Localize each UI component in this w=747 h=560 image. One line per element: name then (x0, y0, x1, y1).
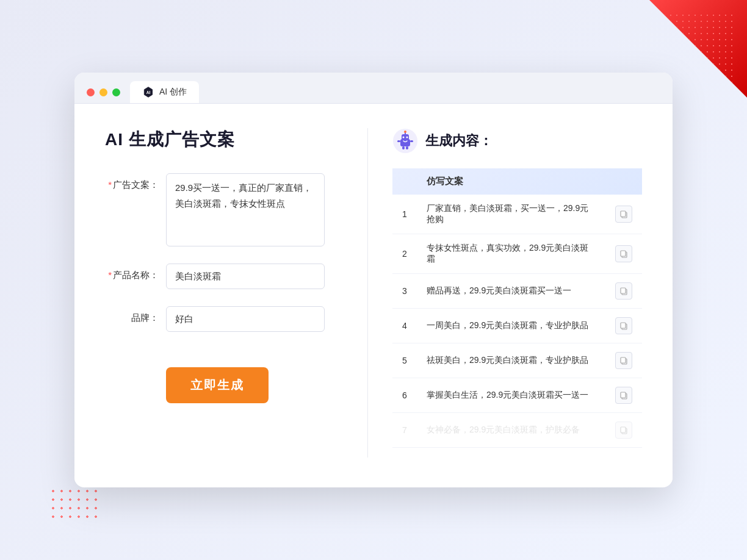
table-header-row: 仿写文案 (392, 168, 642, 195)
table-row: 7女神必备，29.9元美白淡斑霜，护肤必备 (392, 413, 642, 448)
row-action (605, 309, 642, 343)
required-star-product: * (108, 270, 112, 280)
row-number: 1 (392, 195, 417, 234)
row-action (605, 234, 642, 274)
row-number: 3 (392, 274, 417, 309)
row-action (605, 343, 642, 378)
row-text: 祛斑美白，29.9元美白淡斑霜，专业护肤品 (417, 343, 605, 378)
svg-rect-22 (621, 357, 626, 363)
results-table: 仿写文案 1厂家直销，美白淡斑霜，买一送一，29.9元抢购2专抹女性斑点，真实功… (392, 168, 642, 448)
svg-rect-10 (410, 140, 413, 142)
browser-tab[interactable]: AI AI 创作 (130, 81, 199, 103)
ad-text-input[interactable] (166, 173, 325, 246)
corner-dots-decoration (662, 12, 735, 85)
table-row: 4一周美白，29.9元美白淡斑霜，专业护肤品 (392, 309, 642, 343)
right-panel: 生成内容： 仿写文案 1厂家直销，美白淡斑霜，买一送一，29.9元抢购2专抹女性… (374, 128, 642, 458)
copy-button[interactable] (615, 317, 632, 334)
row-number: 6 (392, 378, 417, 413)
browser-window: AI AI 创作 AI 生成广告文案 *广告文案： *产品名称： (74, 73, 673, 487)
copy-button[interactable] (615, 282, 632, 300)
col-text: 仿写文案 (417, 168, 605, 195)
row-text: 专抹女性斑点，真实功效，29.9元美白淡斑霜 (417, 234, 605, 274)
ad-text-row: *广告文案： (105, 173, 337, 246)
product-name-input[interactable] (166, 264, 325, 289)
browser-titlebar: AI AI 创作 (74, 73, 673, 104)
ad-text-label: *广告文案： (105, 173, 166, 191)
row-action (605, 195, 642, 234)
row-text: 厂家直销，美白淡斑霜，买一送一，29.9元抢购 (417, 195, 605, 234)
page-title: AI 生成广告文案 (105, 128, 337, 151)
svg-rect-16 (621, 251, 626, 256)
row-text: 一周美白，29.9元美白淡斑霜，专业护肤品 (417, 309, 605, 343)
main-content: AI 生成广告文案 *广告文案： *产品名称： 品牌： 立 (74, 104, 673, 482)
svg-point-6 (404, 131, 406, 133)
svg-rect-11 (402, 146, 405, 149)
required-star-ad: * (108, 179, 112, 190)
col-action (605, 168, 642, 195)
robot-icon (392, 128, 418, 154)
close-button[interactable] (87, 88, 95, 96)
maximize-button[interactable] (112, 88, 120, 96)
svg-rect-18 (621, 288, 626, 293)
svg-rect-9 (397, 140, 400, 142)
table-row: 6掌握美白生活，29.9元美白淡斑霜买一送一 (392, 378, 642, 413)
panel-divider (367, 128, 368, 458)
product-label: *产品名称： (105, 264, 166, 281)
svg-rect-24 (621, 392, 626, 398)
brand-input[interactable] (166, 306, 325, 332)
window-controls (87, 88, 120, 96)
svg-text:AI: AI (146, 90, 151, 95)
row-text: 掌握美白生活，29.9元美白淡斑霜买一送一 (417, 378, 605, 413)
brand-label: 品牌： (105, 306, 166, 324)
table-row: 2专抹女性斑点，真实功效，29.9元美白淡斑霜 (392, 234, 642, 274)
left-panel: AI 生成广告文案 *广告文案： *产品名称： 品牌： 立 (105, 128, 361, 458)
svg-point-7 (403, 137, 405, 138)
results-header: 生成内容： (392, 128, 642, 154)
row-number: 7 (392, 413, 417, 448)
row-number: 4 (392, 309, 417, 343)
brand-row: 品牌： (105, 306, 337, 332)
row-action (605, 378, 642, 413)
row-number: 2 (392, 234, 417, 274)
copy-button[interactable] (615, 245, 632, 262)
copy-button[interactable] (615, 352, 632, 369)
svg-point-8 (406, 137, 408, 138)
svg-rect-14 (621, 211, 626, 217)
copy-button[interactable] (615, 422, 632, 439)
table-row: 5祛斑美白，29.9元美白淡斑霜，专业护肤品 (392, 343, 642, 378)
row-action (605, 413, 642, 448)
ai-tab-icon: AI (142, 86, 154, 98)
row-number: 5 (392, 343, 417, 378)
svg-rect-12 (406, 146, 408, 149)
svg-rect-26 (621, 427, 626, 433)
tab-label: AI 创作 (159, 87, 187, 98)
minimize-button[interactable] (99, 88, 107, 96)
col-num (392, 168, 417, 195)
row-action (605, 274, 642, 309)
copy-button[interactable] (615, 206, 632, 223)
results-title: 生成内容： (425, 132, 493, 150)
svg-rect-20 (621, 323, 626, 328)
row-text: 赠品再送，29.9元美白淡斑霜买一送一 (417, 274, 605, 309)
product-name-row: *产品名称： (105, 264, 337, 289)
table-row: 3赠品再送，29.9元美白淡斑霜买一送一 (392, 274, 642, 309)
bottom-dots-decoration (49, 487, 98, 523)
copy-button[interactable] (615, 387, 632, 404)
row-text: 女神必备，29.9元美白淡斑霜，护肤必备 (417, 413, 605, 448)
table-row: 1厂家直销，美白淡斑霜，买一送一，29.9元抢购 (392, 195, 642, 234)
generate-button[interactable]: 立即生成 (166, 367, 269, 403)
